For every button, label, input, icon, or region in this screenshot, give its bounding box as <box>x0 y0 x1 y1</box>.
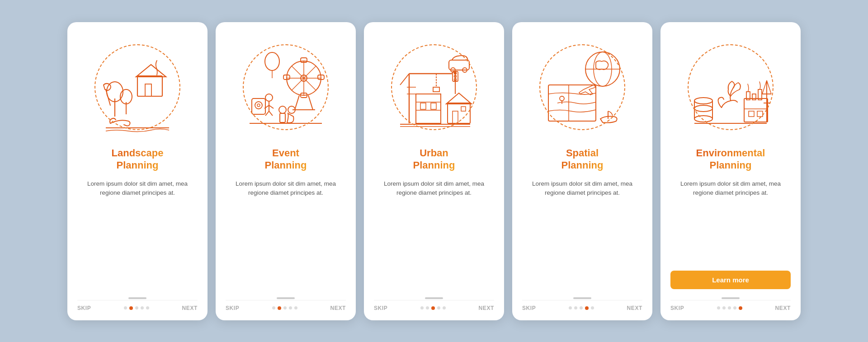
dots-spatial <box>569 306 594 310</box>
card-footer-event: SKIP NEXT <box>226 300 346 311</box>
urban-title: Urban Planning <box>413 147 455 173</box>
dot-2 <box>135 306 138 309</box>
dot-s0 <box>569 306 572 309</box>
dashed-circle-landscape <box>94 44 180 130</box>
landscape-desc: Lorem ipsum dolor sit dim amet, mea regi… <box>77 179 198 286</box>
dots-urban <box>420 306 446 310</box>
dot-env1 <box>722 306 726 309</box>
scroll-indicator-spatial <box>573 297 591 299</box>
dot-u3 <box>437 306 440 309</box>
scroll-indicator <box>128 297 146 299</box>
landscape-title: Landscape Planning <box>112 147 164 173</box>
dot-e3 <box>289 306 292 309</box>
dot-e1 <box>278 306 281 310</box>
card-spatial: Spatial Planning Lorem ipsum dolor sit d… <box>512 22 652 320</box>
urban-desc: Lorem ipsum dolor sit dim amet, mea regi… <box>374 179 494 286</box>
dot-u0 <box>420 306 424 309</box>
skip-button-event[interactable]: SKIP <box>226 305 239 311</box>
skip-button-urban[interactable]: SKIP <box>374 305 387 311</box>
illustration-urban <box>380 33 488 141</box>
dot-env3 <box>733 306 736 309</box>
dot-u4 <box>443 306 446 309</box>
dashed-circle-event <box>243 44 329 130</box>
spatial-title: Spatial Planning <box>561 147 604 173</box>
dot-s4 <box>591 306 594 309</box>
event-desc: Lorem ipsum dolor sit dim amet, mea regi… <box>226 179 346 286</box>
card-footer-environmental: SKIP NEXT <box>670 300 791 311</box>
environmental-desc: Lorem ipsum dolor sit dim amet, mea regi… <box>670 179 791 262</box>
dots-environmental <box>717 306 742 310</box>
dot-s2 <box>580 306 583 309</box>
dot-e4 <box>294 306 297 309</box>
next-button-spatial[interactable]: NEXT <box>627 305 642 311</box>
dot-e0 <box>272 306 275 309</box>
skip-button-landscape[interactable]: SKIP <box>77 305 91 311</box>
card-footer-landscape: SKIP NEXT <box>77 300 198 311</box>
dot-e2 <box>283 306 287 309</box>
card-footer-spatial: SKIP NEXT <box>522 300 642 311</box>
dashed-circle-environmental <box>688 44 774 130</box>
skip-button-environmental[interactable]: SKIP <box>670 305 684 311</box>
dot-u2 <box>431 306 435 310</box>
scroll-indicator-event <box>277 297 295 299</box>
illustration-event <box>231 33 340 141</box>
dot-1 <box>129 306 133 310</box>
illustration-environmental <box>676 33 785 141</box>
dashed-circle-urban <box>391 44 477 130</box>
illustration-landscape <box>83 33 192 141</box>
next-button-landscape[interactable]: NEXT <box>182 305 198 311</box>
scroll-indicator-urban <box>425 297 443 299</box>
card-footer-urban: SKIP NEXT <box>374 300 494 311</box>
dot-s3 <box>585 306 589 310</box>
dot-u1 <box>426 306 429 309</box>
environmental-title: Environmental Planning <box>696 147 765 173</box>
dot-0 <box>124 306 127 309</box>
scroll-indicator-env <box>722 297 740 299</box>
dot-3 <box>141 306 144 309</box>
dot-s1 <box>574 306 577 309</box>
card-landscape: Landscape Planning Lorem ipsum dolor sit… <box>67 22 208 320</box>
next-button-environmental[interactable]: NEXT <box>775 305 791 311</box>
card-event: Event Planning Lorem ipsum dolor sit dim… <box>216 22 356 320</box>
learn-more-button[interactable]: Learn more <box>670 271 791 289</box>
dashed-circle-spatial <box>539 44 625 130</box>
dots-landscape <box>124 306 149 310</box>
dot-env4 <box>739 306 742 310</box>
dot-env0 <box>717 306 720 309</box>
spatial-desc: Lorem ipsum dolor sit dim amet, mea regi… <box>522 179 642 286</box>
dot-4 <box>146 306 149 309</box>
next-button-urban[interactable]: NEXT <box>479 305 494 311</box>
event-title: Event Planning <box>265 147 307 173</box>
dots-event <box>272 306 297 310</box>
dot-env2 <box>728 306 731 309</box>
skip-button-spatial[interactable]: SKIP <box>522 305 536 311</box>
card-environmental: Environmental Planning Lorem ipsum dolor… <box>660 22 801 320</box>
next-button-event[interactable]: NEXT <box>330 305 346 311</box>
cards-container: Landscape Planning Lorem ipsum dolor sit… <box>49 9 819 334</box>
illustration-spatial <box>528 33 637 141</box>
card-urban: Urban Planning Lorem ipsum dolor sit dim… <box>364 22 504 320</box>
